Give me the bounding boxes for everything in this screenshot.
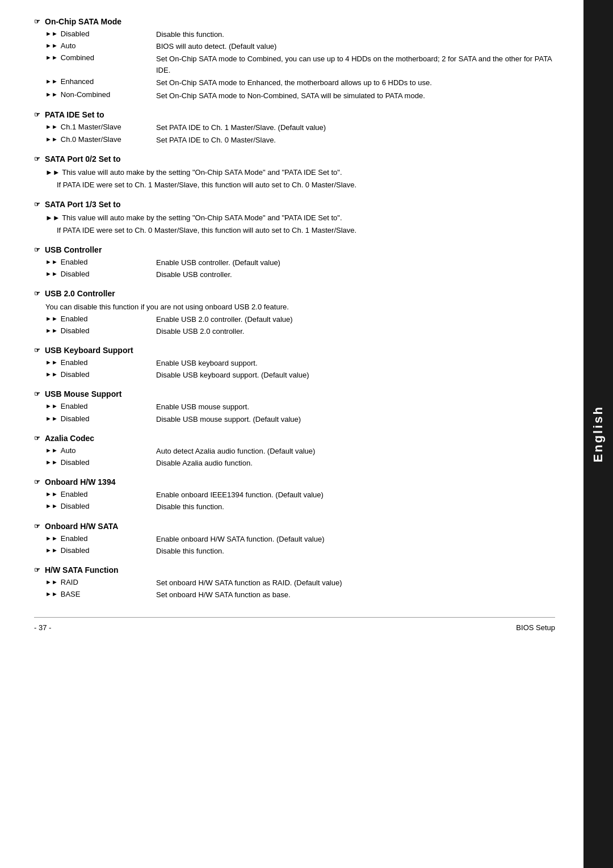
option-value: Enable USB mouse support. bbox=[156, 402, 555, 412]
option-row-combined: ►► Combined Set On-Chip SATA mode to Com… bbox=[34, 53, 555, 76]
section-arrow-icon: ☞ bbox=[34, 290, 40, 297]
option-key: ►► Auto bbox=[45, 446, 156, 456]
option-row-disabled: ►► Disabled Disable USB mouse support. (… bbox=[34, 414, 555, 425]
option-value: Disable USB controller. bbox=[156, 270, 555, 280]
sidebar-right: English bbox=[583, 0, 613, 868]
section-title-text: On-Chip SATA Mode bbox=[45, 17, 121, 26]
option-key-text: Enabled bbox=[61, 402, 88, 410]
bullet-icon: ►► bbox=[45, 315, 58, 322]
section-arrow-icon: ☞ bbox=[34, 246, 40, 254]
option-row-enabled: ►► Enabled Enable USB mouse support. bbox=[34, 402, 555, 412]
option-key-text: Disabled bbox=[61, 414, 90, 423]
bullet-icon: ►► bbox=[45, 590, 58, 597]
bullet-icon: ►► bbox=[45, 447, 58, 454]
option-value: Enable USB controller. (Default value) bbox=[156, 258, 555, 268]
section-title-text: USB Controller bbox=[45, 245, 102, 254]
section-title-hw-sata: ☞ H/W SATA Function bbox=[34, 565, 555, 575]
option-key: ►► Auto bbox=[45, 41, 156, 52]
bullet-icon: ►► bbox=[45, 54, 58, 61]
option-row-disabled: ►► Disabled Disable this function. bbox=[34, 546, 555, 556]
option-row-enabled: ►► Enabled Enable onboard IEEE1394 funct… bbox=[34, 490, 555, 500]
bullet-icon: ►► bbox=[45, 359, 58, 366]
section-onboard-hw-1394: ☞ Onboard H/W 1394 ►► Enabled Enable onb… bbox=[34, 477, 555, 512]
bullet-icon: ►► bbox=[45, 402, 58, 409]
section-sata-port-02: ☞ SATA Port 0/2 Set to ►► This value wil… bbox=[34, 154, 555, 191]
bullet-icon: ►► bbox=[45, 258, 58, 265]
option-value: Set PATA IDE to Ch. 1 Master/Slave. (Def… bbox=[156, 123, 555, 133]
section-usb-mouse: ☞ USB Mouse Support ►► Enabled Enable US… bbox=[34, 389, 555, 424]
bullet-icon: ►► bbox=[45, 78, 58, 85]
option-value: Disable USB mouse support. (Default valu… bbox=[156, 414, 555, 425]
option-row-enhanced: ►► Enhanced Set On-Chip SATA mode to Enh… bbox=[34, 77, 555, 89]
section-title-text: SATA Port 1/3 Set to bbox=[45, 200, 121, 209]
option-key-text: Disabled bbox=[61, 370, 90, 379]
section-arrow-icon: ☞ bbox=[34, 478, 40, 486]
option-key: ►► Disabled bbox=[45, 30, 156, 40]
bullet-icon: ►► bbox=[45, 42, 58, 49]
option-value: Auto detect Azalia audio function. (Defa… bbox=[156, 446, 555, 456]
section-arrow-icon: ☞ bbox=[34, 346, 40, 354]
section-arrow-icon: ☞ bbox=[34, 200, 40, 208]
bullet-icon: ►► bbox=[45, 270, 58, 277]
section-title-text: USB Mouse Support bbox=[45, 389, 121, 399]
section-title-usb-controller: ☞ USB Controller bbox=[34, 245, 555, 254]
option-value: Set onboard H/W SATA function as RAID. (… bbox=[156, 578, 555, 588]
bullet-icon: ►► bbox=[45, 502, 58, 509]
option-key-text: Auto bbox=[61, 41, 76, 50]
option-key-text: Disabled bbox=[61, 270, 90, 278]
page-footer: - 37 - BIOS Setup bbox=[34, 617, 555, 632]
bullet-icon: ►► bbox=[45, 91, 58, 98]
option-key-text: BASE bbox=[61, 590, 81, 598]
option-value: Disable this function. bbox=[156, 546, 555, 556]
page-container: ☞ On-Chip SATA Mode ►► Disabled Disable … bbox=[0, 0, 613, 868]
main-content: ☞ On-Chip SATA Mode ►► Disabled Disable … bbox=[0, 0, 583, 868]
option-key: ►► Non-Combined bbox=[45, 90, 156, 102]
option-key-text: RAID bbox=[61, 578, 78, 586]
section-title-onboard-1394: ☞ Onboard H/W 1394 bbox=[34, 477, 555, 487]
option-key-text: Enhanced bbox=[61, 77, 94, 86]
option-key-text: Disabled bbox=[61, 502, 90, 510]
option-key-text: Ch.1 Master/Slave bbox=[61, 123, 121, 131]
option-row-raid: ►► RAID Set onboard H/W SATA function as… bbox=[34, 578, 555, 588]
option-key-text: Enabled bbox=[61, 315, 88, 323]
option-row-disabled: ►► Disabled Disable Azalia audio functio… bbox=[34, 458, 555, 468]
section-title-onboard-sata: ☞ Onboard H/W SATA bbox=[34, 522, 555, 531]
note-bullet: ►► bbox=[45, 213, 62, 222]
option-key: ►► BASE bbox=[45, 590, 156, 600]
option-row-non-combined: ►► Non-Combined Set On-Chip SATA mode to… bbox=[34, 90, 555, 102]
bullet-icon: ►► bbox=[45, 535, 58, 542]
section-title-on-chip-sata-mode: ☞ On-Chip SATA Mode bbox=[34, 17, 555, 26]
section-arrow-icon: ☞ bbox=[34, 155, 40, 163]
option-key-text: Auto bbox=[61, 446, 76, 455]
section-title-azalia: ☞ Azalia Codec bbox=[34, 434, 555, 443]
option-row-disabled: ►► Disabled Disable this function. bbox=[34, 30, 555, 40]
section-title-usb-keyboard: ☞ USB Keyboard Support bbox=[34, 346, 555, 355]
option-row-auto: ►► Auto BIOS will auto detect. (Default … bbox=[34, 41, 555, 52]
bullet-icon: ►► bbox=[45, 459, 58, 466]
option-value: Enable USB keyboard support. bbox=[156, 358, 555, 368]
option-value: Enable onboard H/W SATA function. (Defau… bbox=[156, 534, 555, 544]
option-key: ►► Enabled bbox=[45, 258, 156, 268]
section-title-text: Azalia Codec bbox=[45, 434, 94, 443]
bullet-icon: ►► bbox=[45, 123, 58, 130]
option-key: ►► Enabled bbox=[45, 490, 156, 500]
footer-title: BIOS Setup bbox=[516, 623, 555, 632]
option-key: ►► Disabled bbox=[45, 370, 156, 380]
option-key-text: Enabled bbox=[61, 534, 88, 543]
option-key-text: Enabled bbox=[61, 258, 88, 266]
section-usb-keyboard: ☞ USB Keyboard Support ►► Enabled Enable… bbox=[34, 346, 555, 380]
option-key: ►► Disabled bbox=[45, 270, 156, 280]
section-usb-20-controller: ☞ USB 2.0 Controller You can disable thi… bbox=[34, 289, 555, 337]
section-sata-port-13: ☞ SATA Port 1/3 Set to ►► This value wil… bbox=[34, 200, 555, 236]
option-value: Disable USB keyboard support. (Default v… bbox=[156, 370, 555, 380]
option-value: Set On-Chip SATA mode to Enhanced, the m… bbox=[156, 77, 555, 89]
section-title-text: USB 2.0 Controller bbox=[45, 289, 115, 298]
sata-port-02-note1: ►► This value will auto make by the sett… bbox=[34, 167, 555, 178]
option-key: ►► Disabled bbox=[45, 326, 156, 337]
option-value: Enable onboard IEEE1394 function. (Defau… bbox=[156, 490, 555, 500]
section-arrow-icon: ☞ bbox=[34, 390, 40, 398]
section-on-chip-sata-mode: ☞ On-Chip SATA Mode ►► Disabled Disable … bbox=[34, 17, 555, 101]
option-row-enabled: ►► Enabled Enable USB controller. (Defau… bbox=[34, 258, 555, 268]
option-key: ►► Disabled bbox=[45, 414, 156, 425]
option-key-text: Disabled bbox=[61, 546, 90, 555]
